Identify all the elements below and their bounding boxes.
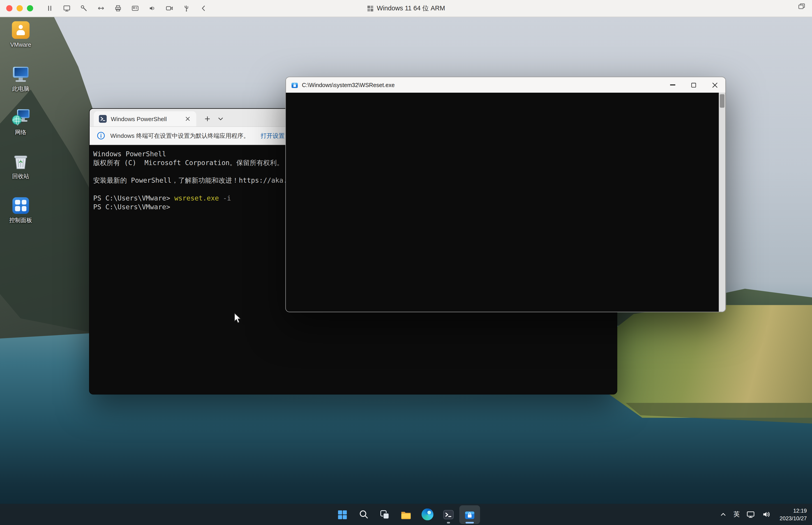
wsreset-window: C:\Windows\system32\WSReset.exe <box>285 77 726 312</box>
close-icon <box>712 82 718 88</box>
banner-message: Windows 终端可在设置中设置为默认终端应用程序。 <box>110 132 249 139</box>
tab-windows-powershell[interactable]: Windows PowerShell <box>94 111 196 126</box>
wsreset-window-title: C:\Windows\system32\WSReset.exe <box>302 82 658 88</box>
tray-date: 2023/10/27 <box>780 514 807 522</box>
control-panel-icon <box>12 197 29 213</box>
taskbar: 英 12:19 2023/10/27 <box>0 504 812 525</box>
vmware-icon <box>12 21 30 39</box>
mac-zoom-button[interactable] <box>27 5 33 12</box>
terminal-icon <box>442 508 455 521</box>
this-pc-icon <box>12 64 30 83</box>
windows-stack-icon <box>798 2 806 11</box>
vm-title-icon <box>367 5 374 12</box>
desktop-icon-label: 此电脑 <box>12 85 29 92</box>
network-icon <box>12 108 30 127</box>
clock[interactable]: 12:19 2023/10/27 <box>777 507 807 522</box>
tray-time: 12:19 <box>780 507 807 514</box>
resize-arrows-button[interactable] <box>95 2 107 14</box>
desktop-icon-recycle-bin[interactable]: 回收站 <box>1 152 40 180</box>
user-card-button[interactable] <box>129 2 141 14</box>
volume-tray-button[interactable] <box>761 507 772 522</box>
edge-icon <box>421 509 433 521</box>
powershell-icon <box>99 115 107 123</box>
vmware-toolbar <box>44 2 209 14</box>
recycle-bin-icon <box>12 152 30 171</box>
wsreset-console[interactable] <box>286 93 725 312</box>
desktop-icon-vmware[interactable]: VMware <box>1 21 40 48</box>
window-controls <box>662 77 725 93</box>
windows-logo-icon <box>336 509 348 520</box>
taskbar-center-icons <box>332 505 480 524</box>
pause-vm-button[interactable] <box>44 2 56 14</box>
maximize-button[interactable] <box>683 77 704 93</box>
console-scrollbar[interactable] <box>719 93 726 312</box>
info-icon <box>97 132 105 140</box>
search-button[interactable] <box>353 505 374 524</box>
tab-dropdown-icon[interactable] <box>214 111 227 126</box>
task-view-button[interactable] <box>374 505 395 524</box>
desktop-icon-label: 回收站 <box>12 173 29 180</box>
close-button[interactable] <box>704 77 725 93</box>
terminal-taskbar-button[interactable] <box>438 505 459 524</box>
task-view-icon <box>379 509 391 520</box>
tab-close-icon[interactable] <box>183 114 192 123</box>
back-button[interactable] <box>197 2 209 14</box>
minimize-icon <box>670 85 675 85</box>
network-tray-button[interactable] <box>746 507 756 522</box>
desktop-icon-label: VMware <box>10 42 31 48</box>
edge-button[interactable] <box>417 505 438 524</box>
printer-button[interactable] <box>112 2 124 14</box>
tab-title: Windows PowerShell <box>111 116 179 122</box>
window-traffic-lights <box>6 5 33 12</box>
open-settings-link[interactable]: 打开设置 <box>261 132 285 139</box>
mac-close-button[interactable] <box>6 5 13 12</box>
vm-window-title: Windows 11 64 位 ARM <box>367 4 445 13</box>
desktop-icon-this-pc[interactable]: 此电脑 <box>1 64 40 92</box>
mouse-cursor <box>234 313 242 326</box>
start-button[interactable] <box>332 505 353 524</box>
command-text: wsreset.exe <box>174 194 219 202</box>
desktop-icon-control-panel[interactable]: 控制面板 <box>1 196 40 223</box>
ime-indicator[interactable]: 英 <box>732 507 741 522</box>
wsreset-titlebar[interactable]: C:\Windows\system32\WSReset.exe <box>286 77 725 93</box>
store-taskbar-button[interactable] <box>459 505 480 524</box>
fullscreen-button[interactable] <box>798 2 806 13</box>
system-tray: 英 12:19 2023/10/27 <box>719 504 807 525</box>
active-indicator <box>466 522 474 523</box>
desktop-icon-label: 控制面板 <box>9 217 32 223</box>
file-explorer-icon <box>400 508 412 521</box>
speaker-icon <box>762 510 771 519</box>
vm-screen: VMware 此电脑 网络 <box>0 0 812 525</box>
new-tab-button[interactable] <box>200 111 214 126</box>
store-app-icon <box>291 81 298 88</box>
search-icon <box>358 509 369 520</box>
desktop-icon-label: 网络 <box>15 129 27 136</box>
chevron-up-icon <box>720 511 727 518</box>
desktop-icon-column: VMware 此电脑 网络 <box>1 21 40 223</box>
mac-minimize-button[interactable] <box>16 5 23 12</box>
minimize-button[interactable] <box>662 77 683 93</box>
usb-button[interactable] <box>180 2 192 14</box>
vm-title-text: Windows 11 64 位 ARM <box>377 4 445 13</box>
command-param: -i <box>223 194 231 202</box>
tray-chevron-button[interactable] <box>719 507 728 522</box>
vmware-menu-bar: Windows 11 64 位 ARM <box>0 0 812 17</box>
file-explorer-button[interactable] <box>396 505 416 524</box>
desktop-icon-network[interactable]: 网络 <box>1 108 40 136</box>
network-icon <box>746 510 755 519</box>
running-indicator <box>447 522 450 523</box>
display-settings-button[interactable] <box>61 2 73 14</box>
vm-tools-wrench-button[interactable] <box>78 2 90 14</box>
store-icon <box>464 508 476 521</box>
wallpaper-grass-bank <box>595 305 812 418</box>
maximize-icon <box>691 82 696 87</box>
scrollbar-thumb[interactable] <box>720 94 724 108</box>
camera-button[interactable] <box>163 2 175 14</box>
sound-button[interactable] <box>146 2 158 14</box>
